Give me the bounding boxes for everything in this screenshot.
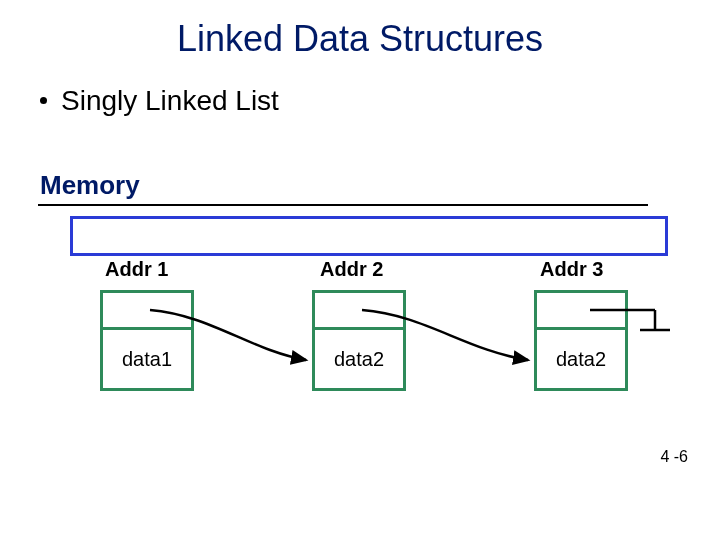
node-1-pointer-cell: [103, 293, 191, 330]
bullet-dot-icon: [40, 97, 47, 104]
memory-strip: [70, 216, 668, 256]
node-1: data1: [100, 290, 194, 391]
addr-label-1: Addr 1: [105, 258, 168, 281]
node-2-pointer-cell: [315, 293, 403, 330]
memory-underline: [38, 204, 648, 206]
node-1-data-cell: data1: [103, 330, 191, 388]
bullet-line: Singly Linked List: [40, 85, 279, 117]
node-2: data2: [312, 290, 406, 391]
node-2-data-cell: data2: [315, 330, 403, 388]
slide: { "title": "Linked Data Structures", "bu…: [0, 0, 720, 540]
addr-label-2: Addr 2: [320, 258, 383, 281]
memory-heading: Memory: [40, 170, 140, 201]
bullet-text: Singly Linked List: [61, 85, 279, 116]
slide-title: Linked Data Structures: [0, 18, 720, 60]
page-number: 4 -6: [660, 448, 688, 466]
node-3-pointer-cell: [537, 293, 625, 330]
addr-label-3: Addr 3: [540, 258, 603, 281]
node-3: data2: [534, 290, 628, 391]
node-3-data-cell: data2: [537, 330, 625, 388]
